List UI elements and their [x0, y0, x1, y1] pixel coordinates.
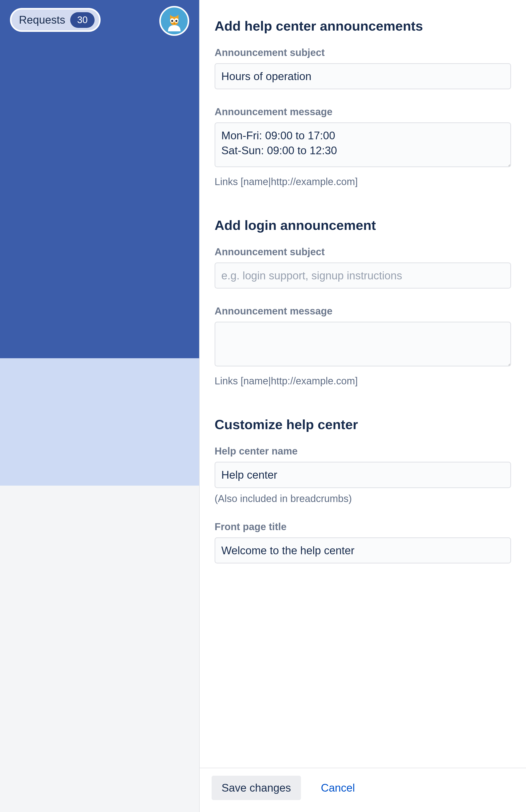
label-hc-name: Help center name: [215, 446, 511, 457]
field-hc-subject: Announcement subject: [215, 47, 511, 89]
label-front-title: Front page title: [215, 521, 511, 532]
sidebar-bottom-panel: [0, 485, 199, 812]
heading-login-announcement: Add login announcement: [215, 217, 511, 233]
heading-helpcenter-announcements: Add help center announcements: [215, 18, 511, 34]
svg-point-3: [171, 20, 173, 22]
content-scroll: Add help center announcements Announceme…: [200, 0, 526, 768]
heading-customize: Customize help center: [215, 417, 511, 433]
label-login-message: Announcement message: [215, 305, 511, 317]
hint-hc-name: (Also included in breadcrumbs): [215, 493, 511, 504]
textarea-hc-message[interactable]: [215, 122, 511, 167]
section-customize: Customize help center Help center name (…: [215, 417, 511, 564]
sidebar-header: Requests 30: [0, 0, 199, 358]
svg-point-4: [175, 20, 177, 22]
input-hc-subject[interactable]: [215, 63, 511, 89]
field-front-title: Front page title: [215, 521, 511, 564]
label-login-subject: Announcement subject: [215, 246, 511, 258]
sidebar: Requests 30: [0, 0, 199, 812]
section-login-announcement: Add login announcement Announcement subj…: [215, 217, 511, 387]
footer-bar: Save changes Cancel: [200, 768, 526, 812]
avatar[interactable]: [159, 6, 189, 36]
field-hc-name: Help center name (Also included in bread…: [215, 446, 511, 504]
owl-icon: [164, 11, 185, 31]
hint-login-links: Links [name|http://example.com]: [215, 375, 511, 387]
requests-label: Requests: [19, 14, 65, 26]
input-hc-name[interactable]: [215, 462, 511, 488]
field-hc-message: Announcement message Links [name|http://…: [215, 106, 511, 187]
textarea-login-message[interactable]: [215, 322, 511, 366]
field-login-subject: Announcement subject: [215, 246, 511, 289]
label-hc-subject: Announcement subject: [215, 47, 511, 58]
input-front-title[interactable]: [215, 537, 511, 564]
section-helpcenter-announcements: Add help center announcements Announceme…: [215, 18, 511, 187]
hint-hc-links: Links [name|http://example.com]: [215, 176, 511, 187]
cancel-button[interactable]: Cancel: [311, 776, 365, 800]
sidebar-mid-panel: [0, 358, 199, 485]
main-content: Add help center announcements Announceme…: [199, 0, 526, 812]
label-hc-message: Announcement message: [215, 106, 511, 117]
input-login-subject[interactable]: [215, 262, 511, 289]
requests-pill[interactable]: Requests 30: [10, 8, 101, 32]
field-login-message: Announcement message Links [name|http://…: [215, 305, 511, 387]
requests-count-badge: 30: [70, 12, 95, 28]
save-button[interactable]: Save changes: [212, 776, 301, 800]
